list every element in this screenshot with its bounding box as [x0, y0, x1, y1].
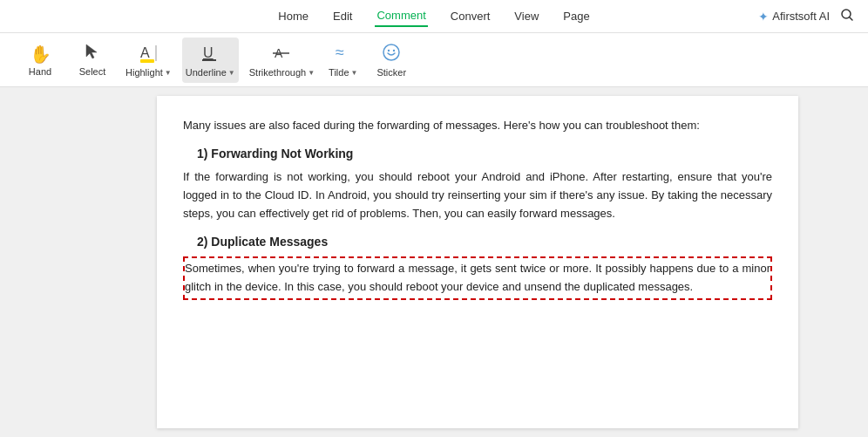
menu-right: ✦ Afirstsoft AI	[758, 8, 854, 24]
select-label: Select	[79, 66, 106, 77]
paragraph-forwarding: If the forwarding is not working, you sh…	[183, 168, 772, 222]
hand-tool[interactable]: ✋ Hand	[17, 38, 63, 83]
svg-point-10	[383, 44, 399, 60]
svg-line-1	[850, 17, 852, 20]
sticker-tool[interactable]: Sticker	[368, 38, 415, 83]
svg-text:≈: ≈	[336, 44, 344, 61]
document-text: Many issues are also faced during the fo…	[183, 117, 772, 300]
tilde-tool[interactable]: ≈ Tilde ▼	[325, 38, 361, 83]
highlight-label: Highlight	[125, 67, 163, 78]
tilde-icon: ≈	[334, 42, 353, 65]
hand-icon: ✋	[30, 44, 51, 65]
svg-point-12	[393, 50, 395, 51]
strikethrough-tool[interactable]: A Strikethrough ▼	[246, 38, 318, 83]
menu-edit[interactable]: Edit	[331, 6, 354, 26]
tilde-label-row: Tilde ▼	[329, 67, 357, 78]
underline-label: Underline	[186, 67, 227, 78]
strikethrough-dropdown-arrow: ▼	[308, 69, 315, 77]
document-page: Many issues are also faced during the fo…	[157, 96, 798, 428]
strikethrough-icon: A	[272, 42, 291, 65]
menu-convert[interactable]: Convert	[449, 6, 492, 26]
highlight-label-row: Highlight ▼	[125, 67, 172, 78]
sticker-label: Sticker	[376, 67, 406, 78]
toolbar: ✋ Hand Select A Highlight ▼ U	[0, 33, 868, 87]
select-tool[interactable]: Select	[70, 38, 115, 83]
tilde-dropdown-arrow: ▼	[351, 69, 358, 77]
ai-star-icon: ✦	[758, 10, 769, 24]
ai-button[interactable]: ✦ Afirstsoft AI	[758, 10, 830, 24]
ai-label: Afirstsoft AI	[772, 10, 830, 23]
hand-label: Hand	[29, 66, 51, 77]
underline-dropdown-arrow: ▼	[228, 69, 235, 77]
tilde-label: Tilde	[329, 67, 349, 78]
content-area: Many issues are also faced during the fo…	[0, 87, 868, 437]
right-panel	[816, 87, 868, 437]
svg-text:A: A	[140, 45, 150, 60]
search-button[interactable]	[840, 8, 854, 24]
highlight-tool[interactable]: A Highlight ▼	[122, 38, 175, 83]
underline-icon: U	[200, 42, 220, 65]
svg-point-11	[388, 50, 390, 51]
section-title-2: 2) Duplicate Messages	[197, 232, 772, 251]
menu-page[interactable]: Page	[561, 6, 591, 26]
svg-rect-3	[140, 59, 154, 63]
cursor-icon	[85, 43, 100, 65]
highlight-icon: A	[139, 42, 158, 65]
left-panel	[0, 87, 139, 437]
menu-bar: Home Edit Comment Convert View Page ✦ Af…	[0, 0, 868, 33]
sticker-icon	[382, 42, 401, 65]
menu-home[interactable]: Home	[276, 6, 310, 26]
underline-tool[interactable]: U Underline ▼	[182, 38, 239, 83]
highlight-dropdown-arrow: ▼	[165, 69, 172, 77]
paragraph-duplicate: Sometimes, when you're trying to forward…	[183, 256, 772, 300]
menu-items: Home Edit Comment Convert View Page	[276, 5, 591, 27]
underline-label-row: Underline ▼	[186, 67, 235, 78]
section-title-1: 1) Forwarding Not Working	[197, 144, 772, 163]
strikethrough-label: Strikethrough	[249, 67, 306, 78]
paragraph-intro: Many issues are also faced during the fo…	[183, 117, 772, 135]
menu-view[interactable]: View	[512, 6, 540, 26]
menu-comment[interactable]: Comment	[375, 5, 427, 27]
strikethrough-label-row: Strikethrough ▼	[249, 67, 315, 78]
svg-text:U: U	[203, 45, 214, 60]
